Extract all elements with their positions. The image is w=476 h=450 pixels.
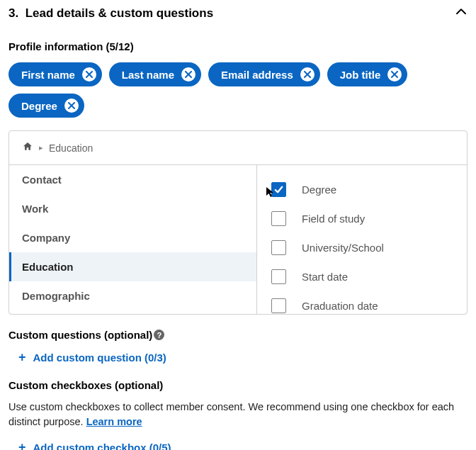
add-custom-checkbox-button[interactable]: + Add custom checkbox (0/5) [8,439,468,450]
chip-label: Last name [122,69,174,81]
category-item[interactable]: Education [9,252,256,281]
field-checkbox[interactable] [271,298,286,313]
section-title: 3. Lead details & custom questions [8,6,213,21]
field-label: Degree [302,184,336,196]
field-row[interactable]: Field of study [267,204,464,233]
profile-info-heading: Profile information (5/12) [8,40,468,52]
category-item[interactable]: Demographic [9,281,256,310]
profile-chips: First nameLast nameEmail addressJob titl… [8,62,468,118]
field-label: University/School [302,242,384,254]
field-checkbox[interactable] [271,182,286,197]
chip-label: Degree [21,100,57,112]
home-icon[interactable] [22,141,33,154]
category-item[interactable]: Work [9,194,256,223]
chevron-up-icon[interactable] [455,6,468,21]
add-custom-question-button[interactable]: + Add custom question (0/3) [8,349,468,379]
chip-label: Job title [340,69,381,81]
profile-chip[interactable]: First name [8,62,102,86]
field-label: Field of study [302,213,365,225]
learn-more-link[interactable]: Learn more [86,416,142,427]
breadcrumb: ▸ Education [9,131,467,165]
field-label: Start date [302,271,348,283]
profile-chip[interactable]: Last name [109,62,201,86]
chip-label: Email address [221,69,293,81]
profile-chip[interactable]: Degree [8,94,84,118]
field-picker-panel: ▸ Education ContactWorkCompanyEducationD… [8,130,468,315]
field-row[interactable]: University/School [267,233,464,262]
field-row[interactable]: Graduation date [267,291,464,314]
custom-questions-heading: Custom questions (optional) ? [8,329,164,341]
remove-icon[interactable] [387,67,402,81]
remove-icon[interactable] [82,67,96,81]
field-label: Graduation date [302,300,378,312]
custom-checkboxes-description: Use custom checkboxes to collect member … [8,400,468,429]
profile-chip[interactable]: Job title [327,62,408,86]
help-icon[interactable]: ? [154,330,164,340]
category-item[interactable]: Company [9,223,256,252]
remove-icon[interactable] [64,99,79,113]
section-header[interactable]: 3. Lead details & custom questions [8,6,468,21]
chip-label: First name [21,69,75,81]
category-item[interactable]: Contact [9,165,256,194]
remove-icon[interactable] [300,67,314,81]
plus-icon: + [18,441,26,450]
field-checkbox[interactable] [271,269,286,284]
field-checkbox[interactable] [271,211,286,226]
plus-icon: + [18,351,26,364]
chevron-right-icon: ▸ [39,143,43,152]
field-checkbox[interactable] [271,240,286,255]
custom-checkboxes-heading: Custom checkboxes (optional) [8,379,163,391]
remove-icon[interactable] [181,67,196,81]
field-list: DegreeField of studyUniversity/SchoolSta… [257,165,467,314]
category-list: ContactWorkCompanyEducationDemographic [9,165,257,314]
field-row[interactable]: Start date [267,262,464,291]
field-row[interactable]: Degree [267,175,464,204]
profile-chip[interactable]: Email address [208,62,320,86]
breadcrumb-current: Education [49,142,93,154]
